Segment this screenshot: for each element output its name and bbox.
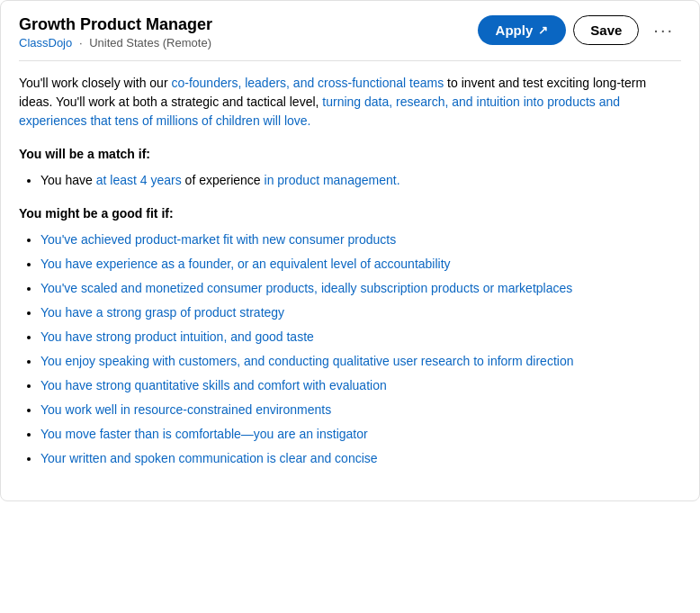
company-name[interactable]: ClassDojo (19, 36, 72, 50)
fit-item-4: You have a strong grasp of product strat… (40, 305, 284, 320)
job-card: Growth Product Manager ClassDojo · Unite… (0, 0, 700, 501)
fit-item-3: You've scaled and monetized consumer pro… (40, 281, 572, 295)
section-fit-heading: You might be a good fit if: (19, 204, 681, 223)
list-item: You've achieved product-market fit with … (40, 230, 681, 249)
title-section: Growth Product Manager ClassDojo · Unite… (19, 15, 212, 50)
list-item: You enjoy speaking with customers, and c… (40, 352, 681, 371)
item-text-2: at least 4 years (96, 173, 182, 187)
item-text-4: in product management. (265, 173, 400, 187)
list-item: You have strong quantitative skills and … (40, 376, 681, 395)
fit-item-1: You've achieved product-market fit with … (40, 232, 396, 247)
list-item: You have a strong grasp of product strat… (40, 303, 681, 322)
intro-text-2: co-founders, leaders, and cross-function… (171, 76, 444, 90)
item-text-3: of experience (182, 173, 265, 187)
section-fit: You might be a good fit if: You've achie… (19, 204, 681, 468)
list-item: You have strong product intuition, and g… (40, 328, 681, 347)
fit-item-7: You have strong quantitative skills and … (40, 378, 387, 392)
apply-button[interactable]: Apply ↗ (478, 15, 567, 45)
fit-item-8: You work well in resource-constrained en… (40, 402, 331, 417)
section-match-heading: You will be a match if: (19, 145, 681, 164)
list-item: Your written and spoken communication is… (40, 449, 681, 468)
section-match: You will be a match if: You have at leas… (19, 145, 681, 190)
fit-item-10: Your written and spoken communication is… (40, 451, 378, 465)
card-header: Growth Product Manager ClassDojo · Unite… (19, 15, 681, 61)
separator: · (79, 36, 83, 50)
action-buttons: Apply ↗ Save ··· (478, 15, 681, 45)
location: United States (Remote) (89, 36, 211, 50)
list-item: You have experience as a founder, or an … (40, 255, 681, 274)
list-item: You work well in resource-constrained en… (40, 401, 681, 419)
apply-label: Apply (496, 23, 534, 38)
section-match-list: You have at least 4 years of experience … (40, 171, 681, 190)
list-item: You've scaled and monetized consumer pro… (40, 279, 681, 298)
company-location: ClassDojo · United States (Remote) (19, 36, 212, 50)
more-options-button[interactable]: ··· (646, 16, 681, 44)
fit-item-5: You have strong product intuition, and g… (40, 329, 314, 344)
item-text-1: You have (40, 173, 96, 187)
save-button[interactable]: Save (573, 15, 639, 45)
intro-paragraph: You'll work closely with our co-founders… (19, 74, 681, 131)
job-title: Growth Product Manager (19, 15, 212, 34)
section-fit-list: You've achieved product-market fit with … (40, 230, 681, 468)
job-content: You'll work closely with our co-founders… (19, 74, 681, 468)
fit-item-2: You have experience as a founder, or an … (40, 257, 451, 271)
list-item: You have at least 4 years of experience … (40, 171, 681, 190)
fit-item-6: You enjoy speaking with customers, and c… (40, 354, 573, 368)
list-item: You move faster than is comfortable—you … (40, 425, 681, 444)
external-link-icon: ↗ (538, 23, 548, 37)
intro-text-1: You'll work closely with our (19, 76, 171, 90)
fit-item-9: You move faster than is comfortable—you … (40, 427, 368, 441)
